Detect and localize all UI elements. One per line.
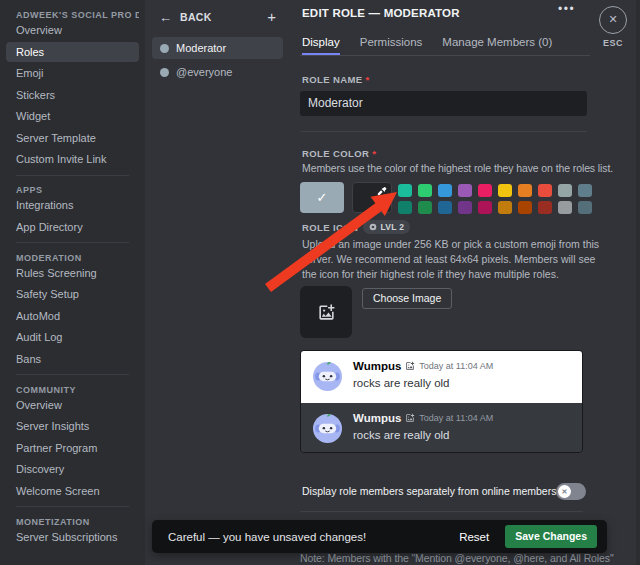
preview-username: Wumpus [353,412,401,424]
color-palette [398,184,592,214]
sidebar-item-discovery[interactable]: Discovery [6,459,139,479]
tab-manage-members[interactable]: Manage Members (0) [442,36,552,55]
role-preview-card: Wumpus Today at 11:04 AM rocks are reall… [300,350,583,453]
preview-message-text: rocks are really old [353,377,450,389]
preview-message-light: Wumpus Today at 11:04 AM rocks are reall… [301,351,582,403]
sidebar-item-app-directory[interactable]: App Directory [6,217,139,237]
scrollbar[interactable] [636,0,640,565]
custom-color-picker[interactable] [352,182,392,213]
role-icon-badge [405,413,415,423]
choose-image-button[interactable]: Choose Image [362,288,452,309]
role-icon-badge [405,361,415,371]
page-title: EDIT ROLE — MODERATOR [302,7,460,19]
color-swatch[interactable] [458,184,472,197]
wumpus-avatar [313,362,342,391]
sidebar-item-audit-log[interactable]: Audit Log [6,327,139,347]
color-swatch[interactable] [398,184,412,197]
toggle-off-icon: ✕ [558,485,571,498]
section-divider [300,511,583,512]
role-icon-upload[interactable] [300,286,352,338]
display-separately-label: Display role members separately from onl… [302,485,556,497]
sidebar-item-custom-invite-link[interactable]: Custom Invite Link [6,149,139,169]
add-role-icon[interactable]: + [267,10,276,24]
sidebar-item-widget[interactable]: Widget [6,106,139,126]
sidebar-item-server-insights[interactable]: Server Insights [6,416,139,436]
color-swatch[interactable] [478,184,492,197]
role-color-label: ROLE COLOR * [302,148,376,159]
server-name-header: ADWEEK'S SOCIAL PRO DAILY [6,6,139,20]
reset-button[interactable]: Reset [459,531,489,543]
role-icon-label: ROLE ICON LVL 2 [302,220,410,234]
tab-permissions[interactable]: Permissions [360,36,423,55]
sidebar-item-overview[interactable]: Overview [6,20,139,40]
roles-list-panel: ← BACK + Moderator @everyone [145,0,290,565]
color-swatch[interactable] [398,201,412,214]
color-swatch[interactable] [578,184,592,197]
guild-badge-icon [369,223,377,231]
sidebar-item-welcome-screen[interactable]: Welcome Screen [6,481,139,501]
color-swatch[interactable] [498,201,512,214]
overflow-menu-icon[interactable]: ••• [558,2,575,16]
section-header-monetization: MONETIZATION [6,513,139,527]
sidebar-item-community-overview[interactable]: Overview [6,395,139,415]
settings-sidebar: ADWEEK'S SOCIAL PRO DAILY Overview Roles… [0,0,145,565]
color-swatch[interactable] [538,184,552,197]
color-swatch[interactable] [498,184,512,197]
default-color-swatch[interactable]: ✓ [300,182,344,213]
tab-display[interactable]: Display [302,36,340,55]
preview-username: Wumpus [353,360,401,372]
save-changes-button[interactable]: Save Changes [505,525,597,548]
sidebar-item-server-subscriptions[interactable]: Server Subscriptions [6,527,139,547]
unsaved-changes-bar: Careful — you have unsaved changes! Rese… [152,520,607,553]
role-color-dot [160,44,169,53]
role-item-label: @everyone [176,66,232,78]
color-swatch[interactable] [458,201,472,214]
sidebar-item-rules-screening[interactable]: Rules Screening [6,263,139,283]
display-separately-toggle[interactable]: ✕ [556,483,586,500]
section-header-community: COMMUNITY [6,381,139,395]
role-item-moderator[interactable]: Moderator [152,37,283,59]
color-swatch[interactable] [558,184,572,197]
sidebar-item-roles[interactable]: Roles [6,42,139,62]
color-swatch[interactable] [418,184,432,197]
edit-role-pane: EDIT ROLE — MODERATOR ••• ✕ ESC Display … [290,0,640,565]
sidebar-item-emoji[interactable]: Emoji [6,63,139,83]
color-swatch[interactable] [578,201,592,214]
role-item-everyone[interactable]: @everyone [152,61,283,83]
preview-message-text: rocks are really old [353,429,450,441]
roles-list-header: ← BACK + [145,0,290,24]
color-swatch[interactable] [418,201,432,214]
color-swatch[interactable] [558,201,572,214]
preview-timestamp: Today at 11:04 AM [419,361,493,371]
role-color-description: Members use the color of the highest rol… [302,162,613,174]
sidebar-divider [16,175,129,176]
back-arrow-icon[interactable]: ← [159,11,172,24]
color-swatch[interactable] [518,184,532,197]
tab-divider [300,55,590,56]
section-divider [300,131,587,132]
color-swatch[interactable] [438,201,452,214]
sidebar-item-safety-setup[interactable]: Safety Setup [6,284,139,304]
color-swatch[interactable] [438,184,452,197]
sidebar-item-partner-program[interactable]: Partner Program [6,438,139,458]
close-icon[interactable]: ✕ [599,6,627,34]
section-header-apps: APPS [6,181,139,195]
required-asterisk: * [366,74,370,85]
tab-bar: Display Permissions Manage Members (0) [302,36,552,55]
role-icon-description: Upload an image under 256 KB or pick a c… [302,237,600,282]
sidebar-item-stickers[interactable]: Stickers [6,85,139,105]
sidebar-divider [16,506,129,507]
color-swatch[interactable] [478,201,492,214]
role-name-input[interactable]: Moderator [300,91,587,116]
guild-level-badge: LVL 2 [363,220,410,234]
back-button[interactable]: BACK [180,11,212,23]
role-name-label: ROLE NAME * [302,74,370,85]
role-color-dot [160,68,169,77]
sidebar-item-bans[interactable]: Bans [6,349,139,369]
sidebar-item-server-template[interactable]: Server Template [6,128,139,148]
sidebar-item-automod[interactable]: AutoMod [6,306,139,326]
color-swatch[interactable] [538,201,552,214]
unsaved-changes-message: Careful — you have unsaved changes! [168,531,459,543]
color-swatch[interactable] [518,201,532,214]
sidebar-item-integrations[interactable]: Integrations [6,195,139,215]
